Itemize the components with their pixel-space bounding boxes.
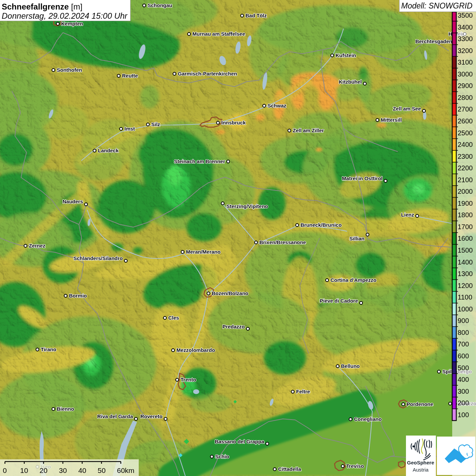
svg-text:Matrei in Osttirol: Matrei in Osttirol xyxy=(342,175,382,181)
svg-text:Innsbruck: Innsbruck xyxy=(221,120,246,125)
svg-text:Mittersill: Mittersill xyxy=(381,117,402,123)
svg-text:Feltre: Feltre xyxy=(296,389,310,394)
svg-text:Brixen/Bressanone: Brixen/Bressanone xyxy=(259,239,306,245)
svg-text:1700: 1700 xyxy=(458,223,473,231)
svg-text:1800: 1800 xyxy=(458,211,473,219)
svg-text:Sterzing/Vipiteno: Sterzing/Vipiteno xyxy=(226,203,268,209)
svg-text:Pieve di Cadore: Pieve di Cadore xyxy=(320,298,358,304)
svg-text:400: 400 xyxy=(458,376,469,383)
svg-text:3200: 3200 xyxy=(458,47,473,54)
svg-text:200: 200 xyxy=(458,399,469,407)
svg-text:2000: 2000 xyxy=(458,188,473,195)
svg-text:3300: 3300 xyxy=(458,35,473,42)
svg-text:Rovereto: Rovereto xyxy=(140,413,163,419)
svg-text:Riva del Garda: Riva del Garda xyxy=(97,413,133,419)
svg-text:Austria: Austria xyxy=(413,467,429,473)
svg-text:Imst: Imst xyxy=(124,126,135,132)
svg-text:20: 20 xyxy=(39,466,47,474)
svg-text:1500: 1500 xyxy=(458,247,473,254)
svg-text:Murnau am Staffelsee: Murnau am Staffelsee xyxy=(192,31,245,37)
svg-text:1900: 1900 xyxy=(458,200,473,207)
svg-text:1100: 1100 xyxy=(458,293,472,301)
svg-text:Donnerstag, 29.02.2024 15:00 U: Donnerstag, 29.02.2024 15:00 Uhr xyxy=(2,11,128,20)
svg-text:2800: 2800 xyxy=(458,94,473,101)
svg-text:2200: 2200 xyxy=(458,164,473,172)
svg-text:2300: 2300 xyxy=(458,153,473,160)
svg-text:3500: 3500 xyxy=(458,12,473,19)
svg-text:2100: 2100 xyxy=(458,176,473,184)
svg-text:Trento: Trento xyxy=(181,377,196,382)
svg-text:2700: 2700 xyxy=(458,105,473,113)
svg-text:50: 50 xyxy=(98,466,105,474)
svg-text:Bad Tölz: Bad Tölz xyxy=(245,13,267,18)
svg-text:Schio: Schio xyxy=(215,454,229,459)
svg-text:1000: 1000 xyxy=(458,305,473,313)
svg-text:3400: 3400 xyxy=(458,23,473,31)
svg-text:Mezzolombardo: Mezzolombardo xyxy=(176,347,215,353)
svg-text:Bormio: Bormio xyxy=(69,293,87,299)
svg-text:Meran/Merano: Meran/Merano xyxy=(186,249,221,255)
svg-text:Sonthofen: Sonthofen xyxy=(57,67,82,73)
svg-text:Berchtesgaden: Berchtesgaden xyxy=(415,38,452,44)
svg-text:GeoSphere: GeoSphere xyxy=(407,460,434,465)
svg-text:Modell: SNOWGRID: Modell: SNOWGRID xyxy=(401,1,473,10)
svg-text:60km: 60km xyxy=(117,466,134,474)
svg-text:Pordenone: Pordenone xyxy=(407,401,433,407)
svg-text:Bruneck/Brunico: Bruneck/Brunico xyxy=(301,222,342,228)
svg-text:Kitzbühel: Kitzbühel xyxy=(339,79,362,85)
svg-text:700: 700 xyxy=(458,340,469,348)
svg-text:Kufstein: Kufstein xyxy=(336,52,356,58)
svg-text:30: 30 xyxy=(59,466,67,474)
svg-text:900: 900 xyxy=(458,317,469,324)
svg-text:Cittadella: Cittadella xyxy=(278,466,301,472)
svg-text:Landeck: Landeck xyxy=(98,148,119,153)
svg-text:500: 500 xyxy=(458,364,469,372)
svg-text:3100: 3100 xyxy=(458,58,473,66)
svg-text:Schwaz: Schwaz xyxy=(268,103,286,108)
svg-text:300: 300 xyxy=(458,388,469,395)
svg-text:1600: 1600 xyxy=(458,235,473,242)
svg-text:Tirano: Tirano xyxy=(41,346,56,352)
svg-text:1300: 1300 xyxy=(458,270,473,277)
svg-text:Bassano del Grappa: Bassano del Grappa xyxy=(215,439,265,444)
svg-text:Nauders: Nauders xyxy=(63,199,83,204)
svg-text:Sillian: Sillian xyxy=(350,236,364,241)
svg-text:Cortina d'Ampezzo: Cortina d'Ampezzo xyxy=(330,277,376,283)
svg-text:2900: 2900 xyxy=(458,82,473,89)
svg-text:2600: 2600 xyxy=(458,117,473,125)
svg-text:Cles: Cles xyxy=(168,315,179,321)
svg-text:Reutte: Reutte xyxy=(122,73,138,79)
svg-text:Zell am See: Zell am See xyxy=(393,106,421,112)
svg-text:Bienno: Bienno xyxy=(57,406,74,412)
svg-text:Silz: Silz xyxy=(151,121,160,127)
svg-text:100: 100 xyxy=(458,411,469,419)
svg-text:600: 600 xyxy=(458,352,469,360)
svg-text:800: 800 xyxy=(458,329,469,336)
svg-text:2400: 2400 xyxy=(458,141,473,148)
svg-text:Conegliano: Conegliano xyxy=(354,416,382,422)
svg-text:1400: 1400 xyxy=(458,258,473,266)
svg-text:Kempten: Kempten xyxy=(61,21,83,27)
svg-text:Belluno: Belluno xyxy=(341,363,360,369)
svg-text:3000: 3000 xyxy=(458,70,473,78)
svg-text:Schongau: Schongau xyxy=(148,2,172,8)
svg-text:Zell am Ziller: Zell am Ziller xyxy=(293,128,324,133)
svg-text:Bozen/Bolzano: Bozen/Bolzano xyxy=(212,290,249,296)
svg-text:Steinach am Brenner: Steinach am Brenner xyxy=(174,158,225,164)
svg-text:10: 10 xyxy=(20,466,28,474)
svg-text:Zernez: Zernez xyxy=(29,243,45,249)
svg-text:Schneefallgrenze [m]: Schneefallgrenze [m] xyxy=(2,2,82,11)
svg-text:40: 40 xyxy=(78,466,86,474)
svg-text:2500: 2500 xyxy=(458,129,473,137)
svg-text:Treviso: Treviso xyxy=(346,463,364,469)
svg-text:Predazzo: Predazzo xyxy=(222,324,245,329)
svg-text:1200: 1200 xyxy=(458,282,473,289)
svg-text:0: 0 xyxy=(3,466,7,474)
svg-text:Garmisch-Partenkirchen: Garmisch-Partenkirchen xyxy=(178,71,237,76)
svg-text:Schlanders/Silandro: Schlanders/Silandro xyxy=(73,255,123,261)
svg-text:Lienz: Lienz xyxy=(401,212,414,218)
